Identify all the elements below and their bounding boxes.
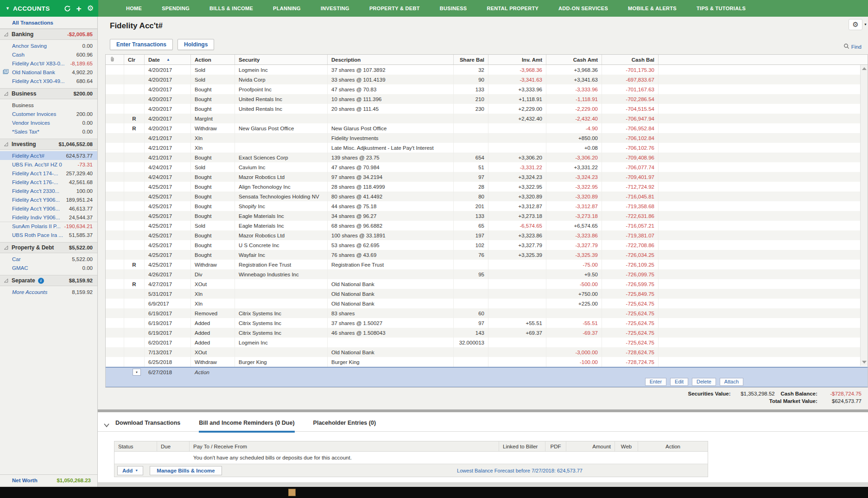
register-settings-caret-icon[interactable]: ▼ — [864, 23, 867, 26]
nav-item-business[interactable]: BUSINESS — [440, 6, 467, 11]
sidebar-item-fidelity-acc-t-2330[interactable]: Fidelity Acc't 2330...100.00 — [0, 186, 97, 195]
sidebar-item-vendor-invoices[interactable]: Vendor Invoices0.00 — [0, 118, 97, 127]
transaction-row[interactable]: 4/20/2017BoughtProofpoint Inc47 shares @… — [106, 84, 868, 94]
section-collapse-triangle-icon[interactable] — [4, 245, 8, 250]
nav-item-mobile-alerts[interactable]: MOBILE & ALERTS — [628, 6, 677, 11]
sidebar-item-fidelity-acc-t-y906[interactable]: Fidelity Acc't Y906...46,613.77 — [0, 204, 97, 213]
nav-item-home[interactable]: HOME — [126, 6, 142, 11]
transaction-row[interactable]: 6/9/2017XInOld National Bank+225.00-725,… — [106, 299, 868, 308]
transaction-row[interactable]: 6/25/2018WithdrawBurger KingBurger King-… — [106, 357, 868, 367]
transaction-row[interactable]: 4/25/2017SoldEagle Materials Inc68 share… — [106, 221, 868, 230]
add-account-icon[interactable]: + — [76, 4, 82, 13]
edit-transaction-button[interactable]: Edit — [670, 378, 688, 386]
reminders-column-pay-to-receive-from[interactable]: Pay To / Receive From — [190, 441, 499, 451]
transaction-row[interactable]: 4/25/2017BoughtEagle Materials Inc34 sha… — [106, 211, 868, 221]
reminders-column-web[interactable]: Web — [615, 441, 638, 451]
sidebar-item-fidelity-acc-t-x83-0[interactable]: Fidelity Acc't# X83-0...-8,189.65 — [0, 59, 97, 68]
reminders-column-linked-to-biller[interactable]: Linked to Biller — [499, 441, 545, 451]
chevron-down-icon[interactable] — [103, 421, 110, 429]
reminders-column-amount[interactable]: Amount — [566, 441, 615, 451]
transaction-row[interactable]: 4/24/2017SoldCavium Inc47 shares @ 70.98… — [106, 162, 868, 172]
nav-item-rental-property[interactable]: RENTAL PROPERTY — [487, 6, 539, 11]
transaction-row[interactable]: 6/19/2017RemovedCitrix Systems Inc83 sha… — [106, 308, 868, 318]
reminders-column-due[interactable]: Due — [157, 441, 190, 451]
cash-amt-column-header[interactable]: Cash Amt — [546, 55, 602, 64]
reminders-column-status[interactable]: Status — [114, 441, 157, 451]
transaction-row[interactable]: 4/20/2017BoughtUnited Rentals Inc10 shar… — [106, 94, 868, 104]
section-collapse-triangle-icon[interactable] — [4, 278, 8, 283]
attach-transaction-button[interactable]: Attach — [720, 378, 743, 386]
reminders-column-pdf[interactable]: PDF — [545, 441, 566, 451]
nav-item-spending[interactable]: SPENDING — [162, 6, 190, 11]
transaction-row[interactable]: 4/25/2017BoughtAlign Techonology Inc28 s… — [106, 182, 868, 192]
nav-item-property-debt[interactable]: PROPERTY & DEBT — [369, 6, 420, 11]
reminders-column-action[interactable]: Action — [638, 441, 708, 451]
transaction-row[interactable]: 6/19/2017AddedCitrix Systems Inc46 share… — [106, 328, 868, 338]
sidebar-item-fidelity-indiv-y906[interactable]: Fidelity Indiv Y906...24,544.37 — [0, 213, 97, 222]
transaction-row[interactable]: 4/21/2017BoughtExact Sciences Corp139 sh… — [106, 153, 868, 162]
inv-amt-column-header[interactable]: Inv. Amt — [488, 55, 546, 64]
sidebar-item-fidelity-acc-t-y906[interactable]: Fidelity Acc't Y906...189,951.24 — [0, 195, 97, 204]
action-column-header[interactable]: Action — [191, 55, 235, 64]
section-collapse-triangle-icon[interactable] — [4, 91, 8, 96]
new-row-date-cell[interactable]: 6/27/2018 — [145, 368, 191, 377]
net-worth-label[interactable]: Net Worth — [12, 478, 38, 483]
nav-item-investing[interactable]: INVESTING — [321, 6, 349, 11]
transaction-row[interactable]: 4/25/2017BoughtU S Concrete Inc53 shares… — [106, 240, 868, 250]
transaction-row[interactable]: 4/25/2017BoughtMazor Robotics Ltd100 sha… — [106, 230, 868, 240]
sidebar-item-fidelity-acc-t-176[interactable]: Fidelity Acc't 176-...42,561.68 — [0, 178, 97, 186]
sidebar-section-banking[interactable]: Banking-$2,005.85 — [0, 29, 97, 40]
sidebar-item-fidelity-acc-t-174[interactable]: Fidelity Acc't 174-...257,329.40 — [0, 169, 97, 178]
sidebar-item-ubs-roth-pace-ira[interactable]: UBS Roth Pace Ira ...51,585.37 — [0, 230, 97, 239]
info-icon[interactable]: i — [38, 278, 44, 284]
refresh-icon[interactable] — [64, 5, 71, 12]
taskbar-app-icon[interactable] — [288, 489, 296, 496]
nav-item-tips-tutorials[interactable]: TIPS & TUTORIALS — [697, 6, 746, 11]
scroll-down-arrow-icon[interactable] — [862, 361, 867, 364]
register-settings-gear-icon[interactable]: ⚙ — [849, 19, 862, 30]
manage-bills-income-button[interactable]: Manage Bills & Income — [150, 466, 222, 475]
register-vertical-scrollbar[interactable] — [860, 65, 868, 366]
section-collapse-triangle-icon[interactable] — [4, 32, 8, 37]
transaction-row[interactable]: 4/21/2017XInFidelity Investments+850.00-… — [106, 133, 868, 143]
transaction-row[interactable]: R4/27/2017XOutOld National Bank-500.00-7… — [106, 279, 868, 289]
attachment-column-header[interactable] — [106, 55, 124, 64]
section-collapse-triangle-icon[interactable] — [4, 142, 8, 147]
holdings-button[interactable]: Holdings — [177, 39, 214, 50]
scroll-up-arrow-icon[interactable] — [862, 67, 867, 70]
nav-item-add-on-services[interactable]: ADD-ON SERVICES — [558, 6, 608, 11]
delete-transaction-button[interactable]: Delete — [692, 378, 716, 386]
sidebar-item-cash[interactable]: Cash600.96 — [0, 50, 97, 59]
transaction-row[interactable]: 4/21/2017XInLate Misc. Adjkustment - Lat… — [106, 143, 868, 153]
enter-transactions-button[interactable]: Enter Transactions — [110, 39, 173, 50]
tab-placeholder-entries-0[interactable]: Placeholder Entries (0) — [313, 420, 376, 433]
new-transaction-row[interactable]: ▼ 6/27/2018 Action — [106, 367, 868, 377]
transaction-row[interactable]: 4/26/2017DivWinnebago Industries Inc95+9… — [106, 269, 868, 279]
sidebar-item-all-transactions[interactable]: All Transactions — [0, 17, 97, 29]
transaction-row[interactable]: 5/31/2017XInOld National Bank+750.00-725… — [106, 289, 868, 299]
share-bal-column-header[interactable]: Share Bal — [454, 55, 488, 64]
new-row-action-cell[interactable]: Action — [191, 368, 235, 377]
transaction-row[interactable]: 4/20/2017BoughtUnited Rentals Inc20 shar… — [106, 104, 868, 114]
description-column-header[interactable]: Description — [328, 55, 454, 64]
tab-download-transactions[interactable]: Download Transactions — [115, 420, 180, 433]
sidebar-item-sales-tax[interactable]: *Sales Tax*0.00 — [0, 127, 97, 136]
transaction-row[interactable]: 7/13/2017XOutOld National Bank-3,000.00-… — [106, 347, 868, 357]
nav-item-planning[interactable]: PLANNING — [273, 6, 301, 11]
sidebar-item-more-accounts[interactable]: More Accounts8,159.92 — [0, 287, 97, 296]
sidebar-item-customer-invoices[interactable]: Customer Invoices200.00 — [0, 109, 97, 118]
transaction-row[interactable]: 6/19/2017AddedCitrix Systems Inc37 share… — [106, 318, 868, 328]
transaction-row[interactable]: 6/20/2017AddedLogmein Inc32.000013-725,6… — [106, 338, 868, 347]
sidebar-item-fidelity-acc-t-x90-49[interactable]: Fidelity Acc't X90-49...680.64 — [0, 77, 97, 85]
sidebar-item-old-national-bank[interactable]: Old National Bank4,902.20 — [0, 68, 97, 77]
transaction-row[interactable]: 4/25/2017BoughtShopify Inc44 shares @ 75… — [106, 201, 868, 211]
nav-item-bills-income[interactable]: BILLS & INCOME — [209, 6, 253, 11]
tab-bill-and-income-reminders-0-due[interactable]: Bill and Income Reminders (0 Due) — [199, 420, 294, 433]
accounts-collapse-icon[interactable]: ▼ — [6, 6, 10, 11]
accounts-settings-gear-icon[interactable]: ⚙ — [87, 5, 94, 12]
sidebar-section-investing[interactable]: Investing$1,046,552.08 — [0, 139, 97, 150]
transaction-row[interactable]: 4/20/2017SoldLogmein Inc37 shares @ 107.… — [106, 65, 868, 75]
sidebar-section-separate[interactable]: Separate i$8,159.92 — [0, 275, 97, 286]
enter-transaction-button[interactable]: Enter — [645, 378, 666, 386]
clr-dropdown[interactable]: ▼ — [133, 369, 141, 376]
